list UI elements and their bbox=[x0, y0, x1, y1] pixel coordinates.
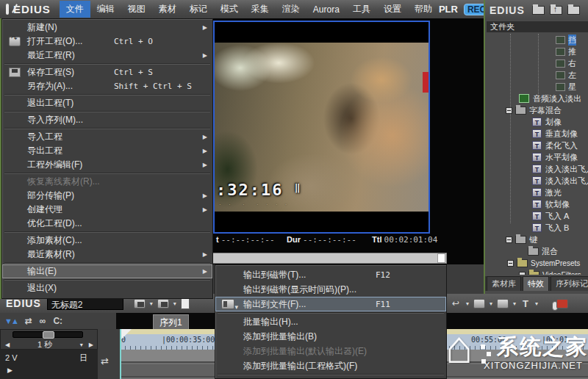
dropdown-icon[interactable]: ▾ bbox=[173, 300, 176, 307]
menu-item-exit[interactable]: 退出(X) bbox=[2, 281, 212, 295]
menu-item-partial-transfer[interactable]: 部分传输(P)▶ bbox=[2, 189, 212, 203]
submenu-item-batch-export[interactable]: 批量输出(H)... bbox=[215, 314, 446, 329]
submenu-item-add-to-batch-project-format[interactable]: 添加到批量输出(工程格式)(F) bbox=[215, 358, 446, 373]
folder-link-icon[interactable] bbox=[567, 6, 580, 15]
tree-item-fade-flyin-b[interactable]: T淡入淡出飞入 bbox=[485, 175, 588, 187]
ripple-tool-icon[interactable] bbox=[497, 299, 509, 308]
menu-item-close-project[interactable]: 退出工程(T) bbox=[2, 96, 212, 110]
tab-effects[interactable]: 特效 bbox=[523, 276, 549, 291]
collapse-icon[interactable] bbox=[506, 237, 512, 243]
player-scrollbar-handle[interactable] bbox=[437, 253, 445, 263]
menu-marker[interactable]: 标记 bbox=[183, 1, 214, 18]
zoom-slider-handle[interactable] bbox=[43, 331, 54, 339]
menu-item-export[interactable]: 输出(E)▶ bbox=[2, 264, 212, 278]
menu-edit[interactable]: 编辑 bbox=[90, 1, 121, 18]
tree-item-partial[interactable]: 星 bbox=[485, 81, 588, 93]
tree-item-blend[interactable]: 混合 bbox=[485, 245, 588, 257]
tree-folder-videofilters[interactable]: VideoFilters bbox=[485, 269, 588, 275]
submenu-item-print-to-tape-timecode[interactable]: 输出到磁带(显示时间码)(P)... bbox=[215, 282, 446, 297]
menu-item-save-as[interactable]: 另存为(A)...Shift + Ctrl + S bbox=[2, 79, 212, 93]
tree-item-flyin-a[interactable]: T飞入 A bbox=[485, 210, 588, 222]
menu-view[interactable]: 视图 bbox=[121, 1, 152, 18]
zoom-slider[interactable] bbox=[12, 331, 83, 338]
track-expand-icon[interactable]: ⇄ bbox=[101, 355, 109, 367]
ripple-mode-icon[interactable]: ∞ bbox=[40, 316, 46, 326]
scale-left-icon[interactable]: ◀ bbox=[5, 342, 10, 348]
undo-icon[interactable]: ↩ bbox=[452, 298, 459, 308]
tab-sequence-marker[interactable]: 序列标记 bbox=[551, 276, 588, 291]
collapse-icon[interactable] bbox=[506, 107, 512, 114]
tab-bin[interactable]: 素材库 bbox=[487, 276, 521, 291]
title-tool-icon[interactable]: T bbox=[523, 298, 528, 309]
dropdown-icon[interactable]: ▾ bbox=[466, 300, 469, 307]
tree-folder-key[interactable]: 键 bbox=[485, 234, 588, 245]
collapse-icon[interactable] bbox=[507, 260, 514, 267]
record-icon[interactable] bbox=[556, 299, 568, 308]
insert-overwrite-icon[interactable]: ⇄ bbox=[25, 316, 32, 326]
tree-item-audio-crossfade[interactable]: 音频淡入淡出 bbox=[485, 93, 588, 104]
menu-item-consolidate-project[interactable]: 优化工程(D)... bbox=[2, 217, 212, 231]
menu-item-recent-clip[interactable]: 最近素材(R)▶ bbox=[2, 248, 212, 261]
tree-item-partial[interactable]: 右 bbox=[485, 57, 588, 69]
video-track-header[interactable]: 2 V 日 ▶ bbox=[0, 350, 98, 379]
up-level-icon[interactable] bbox=[550, 6, 562, 15]
menu-item-open-project[interactable]: 打开工程(O)...Ctrl + O bbox=[2, 35, 212, 48]
submenu-item-print-to-tape[interactable]: 输出到磁带(T)...F12 bbox=[215, 267, 446, 282]
new-sequence-icon[interactable] bbox=[181, 298, 190, 309]
folder-view-header[interactable]: 文件夹 bbox=[487, 21, 588, 32]
razor-tool-icon[interactable] bbox=[473, 299, 485, 308]
dropdown-icon[interactable]: ▾ bbox=[490, 300, 492, 307]
folder-icon[interactable] bbox=[532, 6, 545, 15]
menu-clip[interactable]: 素材 bbox=[152, 1, 183, 18]
menu-item-edit-outside-project[interactable]: 工程外编辑(F)▶ bbox=[2, 158, 212, 172]
menu-capture[interactable]: 采集 bbox=[245, 1, 276, 18]
transition-tool-icon[interactable] bbox=[134, 299, 146, 308]
tree-item-soft-flyin[interactable]: T柔化飞入 bbox=[485, 140, 588, 151]
menu-help[interactable]: 帮助 bbox=[408, 1, 439, 18]
snap-mode-icon[interactable]: C: bbox=[53, 316, 62, 326]
submenu-item-print-to-file[interactable]: 输出到文件(F)...F11 bbox=[215, 297, 446, 311]
menu-render[interactable]: 渲染 bbox=[276, 1, 306, 18]
menu-tools[interactable]: 工具 bbox=[346, 1, 377, 18]
scale-right-icon[interactable]: ▶ bbox=[89, 342, 93, 348]
menu-item-recent-project[interactable]: 最近工程(R)▶ bbox=[2, 48, 212, 62]
menu-item-import-sequence[interactable]: 导入序列(M)... bbox=[2, 113, 212, 127]
menu-item-new[interactable]: 新建(N)▶ bbox=[2, 21, 212, 35]
menu-item-create-proxy[interactable]: 创建代理▶ bbox=[2, 203, 212, 217]
menu-item-save-project[interactable]: 保存工程(S)Ctrl + S bbox=[2, 65, 212, 79]
menu-mode[interactable]: 模式 bbox=[214, 1, 245, 18]
fade-tool-icon[interactable] bbox=[157, 299, 169, 308]
scale-dropdown-icon[interactable]: ▾ bbox=[80, 342, 83, 348]
menu-settings[interactable]: 设置 bbox=[377, 1, 408, 18]
submenu-item-add-to-batch-export[interactable]: 添加到批量输出(B) bbox=[215, 329, 446, 344]
project-name-field[interactable]: 无标题2 bbox=[47, 297, 123, 310]
tree-item-partial[interactable]: 左 bbox=[485, 69, 588, 81]
menu-item-export-project[interactable]: 导出工程▶ bbox=[2, 144, 212, 158]
menu-item-import-project[interactable]: 导入工程▶ bbox=[2, 130, 212, 144]
track-mute-icon[interactable]: 日 bbox=[79, 353, 87, 364]
tree-item-partial[interactable]: 挡 bbox=[485, 34, 588, 46]
tree-folder-systempresets[interactable]: SystemPresets bbox=[485, 257, 588, 269]
dropdown-icon[interactable]: ▾ bbox=[535, 300, 538, 307]
menu-aurora[interactable]: Aurora bbox=[306, 2, 346, 17]
sync-mode-icon[interactable]: ▼▲ bbox=[4, 317, 18, 325]
tree-item-partial[interactable]: 推 bbox=[485, 46, 588, 57]
collapse-icon[interactable] bbox=[519, 272, 526, 275]
dropdown-icon[interactable]: ▾ bbox=[150, 300, 153, 307]
tree-item-flyin-b[interactable]: T飞入 B bbox=[485, 222, 588, 234]
time-scale-selector[interactable]: ◀ 1 秒 ▾ ▶ bbox=[2, 340, 96, 350]
sequence-tab[interactable]: 序列1 bbox=[153, 314, 189, 329]
track-expand-arrow-icon[interactable]: ▶ bbox=[7, 367, 12, 374]
timeline-playhead-flag[interactable] bbox=[120, 329, 132, 341]
tree-item-soft-wipe[interactable]: T软划像 bbox=[485, 198, 588, 210]
player-scrollbar[interactable] bbox=[211, 253, 447, 264]
tree-item-fade-flyin-a[interactable]: T淡入淡出飞入 bbox=[485, 163, 588, 175]
menu-item-add-clip[interactable]: 添加素材(C)... bbox=[2, 234, 212, 248]
menu-file[interactable]: 文件 bbox=[60, 1, 90, 18]
tree-item-wipe[interactable]: T划像 bbox=[485, 116, 588, 128]
tree-item-vertical-wipe[interactable]: T垂直划像 bbox=[485, 128, 588, 140]
tree-folder-title-mixer[interactable]: 字幕混合 bbox=[485, 104, 588, 116]
tree-item-horizontal-wipe[interactable]: T水平划像 bbox=[485, 151, 588, 163]
dropdown-icon[interactable]: ▾ bbox=[513, 300, 516, 307]
tree-item-laser[interactable]: T激光 bbox=[485, 187, 588, 198]
